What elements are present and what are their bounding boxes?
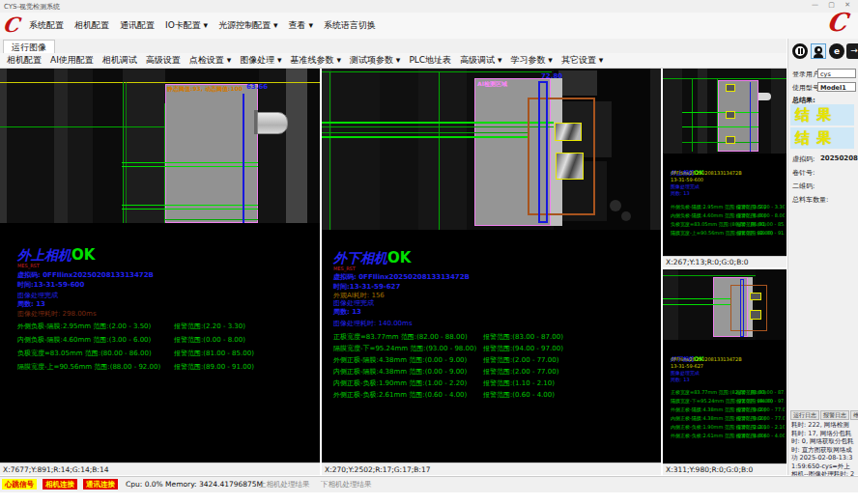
machine-part (610, 200, 621, 211)
menu-view[interactable]: 查看 ▾ (289, 19, 313, 32)
elapsed-time-text: 图像处理耗时: 140.00ms (333, 319, 413, 328)
tool-ai-config[interactable]: AI使用配置 (50, 54, 94, 67)
info-icon: e (834, 46, 840, 56)
ai-region-label: AI检测区域 (477, 80, 507, 89)
pause-button[interactable] (792, 43, 808, 59)
menu-system-config[interactable]: 系统配置 (29, 19, 64, 32)
measure-line (322, 136, 528, 138)
pause-icon (798, 48, 800, 54)
tab-maintenance-log[interactable]: 维修日志 (850, 410, 858, 420)
pixel-coords-bar: X:311;Y:980;R:0;G:0;B:0 (663, 463, 786, 475)
virtual-code-label: 虚拟码: (792, 154, 815, 164)
camera-name-label: 外下相机 (333, 250, 387, 266)
measure-line-blue (243, 94, 244, 223)
result-status-label: OK (72, 246, 95, 264)
right-sidebar: e → 登录用户: cys 使用型号: Model1 总结果: 结果 结果 虚拟… (787, 39, 858, 475)
tool-advanced-debug[interactable]: 高级调试 ▾ (460, 54, 501, 67)
weld-roi-rect (726, 84, 735, 92)
alarm-range-text: 报警范围:(0.00 - 8.00) (174, 335, 245, 345)
left-camera-canvas[interactable]: 静态阈值:93, 动态阈值:100 63.66 (0, 69, 320, 223)
tool-test-params[interactable]: 测试项参数 ▾ (350, 54, 400, 67)
result-status-label: OK (387, 249, 411, 266)
measure-line (663, 298, 730, 299)
tool-baseline-params[interactable]: 基准线参数 ▾ (291, 54, 341, 67)
left-camera-view: 静态阈值:93, 动态阈值:100 63.66 外上相机OK MES_RST 虚… (0, 69, 320, 475)
measurement-text: 外侧正极-负极:2.61mm 范围:(0.60 - 4.00) (333, 391, 467, 399)
measurement-list: 外侧负极-隔膜:2.95mm 范围:(2.00 - 3.50)报警范围:(2.2… (17, 322, 307, 376)
edge-line (329, 71, 330, 230)
cycle-count-text: 周数: 13 (17, 299, 45, 309)
heartbeat-status-badge: 心跳信号 (2, 479, 37, 490)
menu-comm-config[interactable]: 通讯配置 (120, 19, 155, 32)
mini-bottom-canvas[interactable] (663, 269, 786, 340)
up-camera-result-text: 上相机处理结果 (259, 480, 310, 490)
mid-camera-canvas[interactable]: AI检测区域 72.80 (322, 69, 661, 230)
mes-status-text: MES_RST (333, 266, 356, 271)
status-bar: 心跳信号 相机连接 通讯连接 Cpu: 0.0% Memory: 3424.41… (0, 476, 858, 492)
roi-rect-brown (730, 285, 767, 331)
menu-language-switch[interactable]: 系统语言切换 (324, 19, 376, 32)
app-window: CYS-视觉检测系统 — ▢ ✕ C 系统配置 相机配置 通讯配置 IO卡配置 … (0, 0, 858, 504)
part-image-band (259, 69, 286, 223)
measure-line (122, 209, 258, 210)
minimize-icon[interactable]: — (810, 1, 822, 9)
measurement-row: 内侧负极-隔膜:4.60mm 范围:(3.00 - 6.00)报警范围:(0.0… (671, 212, 785, 221)
mini-top-canvas[interactable] (663, 69, 786, 154)
cpu-memory-text: Cpu: 0.0% Memory: 3424.41796875M (126, 480, 263, 489)
info-button[interactable]: e (829, 43, 844, 59)
measure-line (322, 122, 554, 124)
roi-rect-pink (718, 80, 758, 152)
part-image-band (663, 69, 682, 154)
baseline-line (0, 82, 320, 83)
alarm-range-text: 报警范围:(1.10 - 2.10) (483, 378, 555, 388)
measurement-text: 内侧正极-隔膜:4.38mm 范围:(0.00 - 9.00) (333, 368, 467, 376)
measurement-text: 隔膜宽度-上=90.56mm 范围:(88.00 - 92.00) (17, 363, 160, 371)
measurement-row: 内侧正极-负极:1.90mm 范围:(1.00 - 2.20)报警范围:(1.1… (671, 424, 785, 433)
measure-line (122, 166, 258, 167)
alarm-range-text: 报警范围:(2.00 - 77.00) (736, 415, 785, 421)
user-icon (815, 46, 822, 54)
measure-value-text: 63.66 (246, 83, 268, 91)
threshold-text: 静态阈值:93, 动态阈值:100 (167, 85, 243, 94)
brand-logo-icon: C (1, 13, 20, 37)
measurement-text: 正极宽度=83.77mm 范围:(82.00 - 88.00) (333, 333, 468, 341)
measurement-row: 外侧正极-负极:2.61mm 范围:(0.60 - 4.00)报警范围:(0.6… (333, 390, 652, 402)
tool-other-settings[interactable]: 其它设置 ▾ (561, 54, 603, 67)
mini-bottom-panel: 外下相机OK 0FFIlinx2025020813313472B 13-31-5… (663, 269, 786, 475)
tab-run-image[interactable]: 运行图像 (3, 40, 55, 54)
baseline-line (322, 71, 552, 72)
part-image-band (68, 69, 93, 223)
pixel-coords-bar: X:270;Y:2502;R:17;G:17;B:17 (322, 462, 661, 475)
barcode-text: 虚拟码: 0FFIlinx2025020813313472B (17, 270, 154, 280)
window-title: CYS-视觉检测系统 (4, 2, 60, 12)
measure-line (122, 162, 258, 163)
alarm-range-text: 报警范围:(0.00 - 8.00) (736, 212, 785, 218)
tool-advanced-settings[interactable]: 高级设置 (146, 54, 181, 67)
weld-roi-rect (556, 153, 584, 180)
login-user-field[interactable]: cys (817, 69, 856, 78)
alarm-range-text: 报警范围:(2.00 - 77.00) (483, 355, 558, 365)
exit-button[interactable]: → (846, 43, 858, 59)
menu-camera-config[interactable]: 相机配置 (74, 19, 109, 32)
alarm-range-text: 报警范围:(89.00 - 91.00) (174, 362, 254, 372)
mid-camera-view: AI检测区域 72.80 外下相机OK MES_RST 虚拟码: 0FFIlin… (322, 69, 661, 475)
tool-camera-debug[interactable]: 相机调试 (102, 54, 137, 67)
tab-run-log[interactable]: 运行日志 (790, 410, 819, 420)
tool-camera-config[interactable]: 相机配置 (7, 54, 42, 67)
tool-plc-address[interactable]: PLC地址表 (409, 54, 451, 67)
login-user-button[interactable] (811, 43, 826, 59)
result-badge: 结果 (790, 127, 854, 149)
tool-learning-params[interactable]: 学习参数 ▾ (511, 54, 553, 67)
tool-image-processing[interactable]: 图像处理 ▾ (240, 54, 281, 67)
part-image-band (307, 69, 320, 223)
tab-alarm-log[interactable]: 报警日志 (820, 410, 849, 420)
menu-io-config[interactable]: IO卡配置 ▾ (165, 19, 208, 32)
tool-spot-check[interactable]: 点检设置 ▾ (189, 54, 231, 67)
menu-items: 系统配置 相机配置 通讯配置 IO卡配置 ▾ 光源控制配置 ▾ 查看 ▾ 系统语… (29, 19, 376, 32)
menu-light-config[interactable]: 光源控制配置 ▾ (218, 19, 277, 32)
model-field[interactable]: Model1 (817, 82, 856, 92)
measurement-row: 内侧正极-负极:1.90mm 范围:(1.00 - 2.20)报警范围:(1.1… (333, 378, 652, 390)
machine-part (558, 70, 597, 96)
measure-line (682, 126, 758, 127)
alarm-range-text: 报警范围:(0.60 - 4.00) (483, 390, 555, 400)
